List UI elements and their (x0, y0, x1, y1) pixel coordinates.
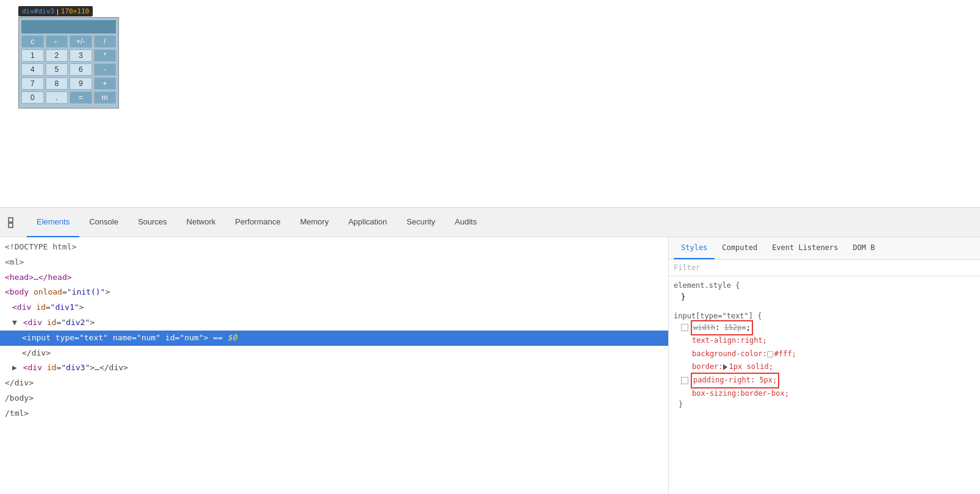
page-preview: div#div3 | 170×110 c ← +/- / 1 2 3 * 4 5… (0, 0, 980, 207)
calc-row-4: 7 8 9 + (21, 77, 116, 90)
css-selector-element-style: element.style { (674, 281, 975, 290)
tab-network[interactable]: Network (177, 208, 226, 237)
tab-security[interactable]: Security (397, 208, 445, 237)
calc-btn-equals[interactable]: = (70, 91, 92, 104)
calc-row-3: 4 5 6 - (21, 63, 116, 76)
styles-tab-computed[interactable]: Computed (715, 237, 765, 259)
html-line-div1-close: </div> (0, 376, 668, 391)
calc-btn-multiply[interactable]: * (94, 49, 117, 62)
calc-row-1: c ← +/- / (21, 35, 116, 48)
css-block-element-style: } (674, 291, 975, 304)
calc-btn-1[interactable]: 1 (21, 49, 44, 62)
calc-btn-m[interactable]: m (94, 91, 117, 104)
calc-btn-2[interactable]: 2 (46, 49, 68, 62)
html-line-html: <ml> (0, 255, 668, 270)
tooltip-size: 170×110 (61, 7, 89, 15)
css-prop-padding-right: padding-right: 5px; (681, 374, 975, 387)
calc-row-5: 0 . = m (21, 91, 116, 104)
svg-rect-1 (9, 223, 13, 227)
calc-btn-c[interactable]: c (21, 35, 44, 48)
css-checkbox-width[interactable] (681, 324, 688, 331)
html-tree-panel: <!DOCTYPE html> <ml> <head>…</head> <bod… (0, 237, 669, 494)
calc-btn-3[interactable]: 3 (70, 49, 92, 62)
css-prop-text-align: text-align: right; (681, 334, 975, 348)
html-line-div2[interactable]: ▼ <div id="div2"> (0, 315, 668, 331)
html-line-div1[interactable]: <div id="div1"> (0, 300, 668, 315)
devtools-panel: Elements Console Sources Network Perform… (0, 207, 980, 494)
html-line-div3[interactable]: ▶ <div id="div3">…</div> (0, 360, 668, 376)
tab-audits[interactable]: Audits (445, 208, 486, 237)
html-line-html-close: /tml> (0, 406, 668, 421)
css-prop-close: } (681, 291, 975, 304)
calc-btn-plusminus[interactable]: +/- (70, 35, 92, 48)
styles-filter-bar: Filter (669, 260, 980, 276)
calc-btn-back[interactable]: ← (46, 35, 68, 48)
css-checkbox-padding-right[interactable] (681, 377, 688, 384)
html-line-div2-close: </div> (0, 346, 668, 361)
css-prop-border: border: 1px solid; (681, 360, 975, 374)
html-line-doctype: <!DOCTYPE html> (0, 240, 668, 255)
calculator-widget: c ← +/- / 1 2 3 * 4 5 6 - 7 8 9 + 0 . = … (18, 17, 119, 109)
tab-application[interactable]: Application (339, 208, 397, 237)
html-line-body[interactable]: <body onload="init()"> (0, 285, 668, 300)
css-prop-box-sizing: box-sizing: border-box; (681, 387, 975, 401)
tooltip-id: div#div3 (22, 7, 54, 15)
calc-btn-5[interactable]: 5 (46, 63, 68, 76)
html-line-head: <head>…</head> (0, 270, 668, 285)
calc-btn-6[interactable]: 6 (70, 63, 92, 76)
calc-display (21, 20, 116, 34)
calc-btn-0[interactable]: 0 (21, 91, 44, 104)
calc-btn-divide[interactable]: / (94, 35, 117, 48)
calc-btn-plus[interactable]: + (94, 77, 117, 90)
calc-btn-4[interactable]: 4 (21, 63, 44, 76)
css-rule-input-text: input[type="text"] { width: 152px; (674, 312, 975, 409)
styles-tab-event-listeners[interactable]: Event Listeners (765, 237, 845, 259)
tab-elements[interactable]: Elements (27, 208, 79, 237)
element-tooltip: div#div3 | 170×110 (18, 6, 93, 16)
border-expand-icon[interactable] (723, 364, 727, 370)
tab-sources[interactable]: Sources (128, 208, 177, 237)
css-selector-input-text: input[type="text"] { (674, 312, 975, 320)
styles-tab-bar: Styles Computed Event Listeners DOM B (669, 237, 980, 260)
styles-tab-styles[interactable]: Styles (674, 237, 715, 259)
css-rule-element-style: element.style { } (674, 281, 975, 304)
svg-rect-0 (9, 218, 13, 222)
devtools-body: <!DOCTYPE html> <ml> <head>…</head> <bod… (0, 237, 980, 494)
html-line-input[interactable]: <input type="text" name="num" id="num"> … (0, 331, 668, 346)
calc-btn-dot[interactable]: . (46, 91, 68, 104)
devtools-tab-bar: Elements Console Sources Network Perform… (0, 208, 980, 237)
css-block-input-text: width: 152px; text-align: right; (674, 321, 975, 401)
calc-btn-8[interactable]: 8 (46, 77, 68, 90)
calc-btn-minus[interactable]: - (94, 63, 117, 76)
html-line-body-close: /body> (0, 391, 668, 406)
calc-btn-9[interactable]: 9 (70, 77, 92, 90)
devtools-inspect-icon[interactable] (5, 214, 22, 231)
styles-tab-dom[interactable]: DOM B (846, 237, 882, 259)
css-prop-width: width: 152px; (681, 321, 975, 335)
color-swatch-white[interactable] (767, 351, 773, 357)
tab-console[interactable]: Console (79, 208, 128, 237)
tab-memory[interactable]: Memory (290, 208, 339, 237)
calc-row-2: 1 2 3 * (21, 49, 116, 62)
calc-btn-7[interactable]: 7 (21, 77, 44, 90)
styles-panel: Styles Computed Event Listeners DOM B Fi… (669, 237, 980, 494)
css-prop-background-color: background-color: #fff; (681, 348, 975, 361)
styles-content: element.style { } input[type="text"] { (669, 276, 980, 421)
tab-performance[interactable]: Performance (225, 208, 290, 237)
